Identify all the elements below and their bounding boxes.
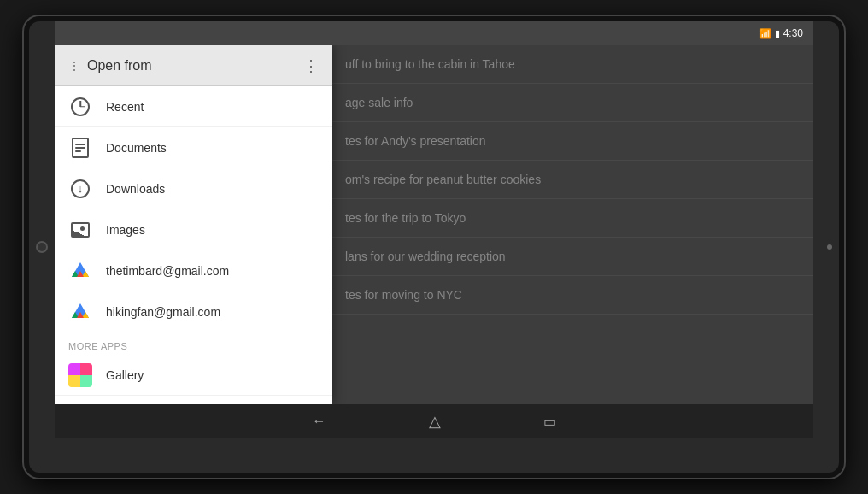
tablet-screen: 📶 ▮ 4:30 uff to bring to the cabin in Ta… — [55, 21, 813, 438]
wifi-icon: 📶 — [760, 28, 771, 39]
bottom-navigation: ← △ ▭ — [55, 404, 813, 438]
dialog-header: ⋮ Open from ⋮ — [55, 45, 332, 86]
dialog-item-recent[interactable]: Recent — [55, 86, 332, 127]
more-apps-section-label: MORE APPS — [55, 332, 332, 355]
menu-icon: ⋮ — [68, 59, 80, 73]
status-time: 4:30 — [783, 27, 803, 39]
download-icon — [68, 177, 92, 201]
images-label: Images — [106, 223, 145, 237]
dialog-title: ⋮ Open from — [68, 58, 152, 74]
recent-icon — [68, 95, 92, 119]
overflow-menu-icon[interactable]: ⋮ — [303, 56, 319, 75]
documents-label: Documents — [106, 141, 167, 155]
recent-label: Recent — [106, 100, 144, 114]
gallery-icon — [68, 363, 92, 387]
drive-icon-1 — [68, 261, 92, 281]
account1-label: thetimbard@gmail.com — [106, 264, 229, 278]
drive-icon-2 — [68, 302, 92, 322]
downloads-label: Downloads — [106, 182, 165, 196]
status-bar: 📶 ▮ 4:30 — [55, 21, 813, 45]
home-button[interactable]: △ — [429, 412, 441, 431]
tablet: 📶 ▮ 4:30 uff to bring to the cabin in Ta… — [24, 16, 844, 478]
back-button[interactable]: ← — [313, 414, 326, 429]
dialog-item-downloads[interactable]: Downloads — [55, 168, 332, 209]
speaker-dot — [827, 244, 832, 250]
main-area: uff to bring to the cabin in Tahoe age s… — [55, 45, 813, 404]
gallery-label: Gallery — [106, 368, 144, 382]
camera-sensor — [36, 241, 48, 253]
open-from-dialog: ⋮ Open from ⋮ Recent — [55, 45, 332, 404]
account2-label: hikingfan@gmail.com — [106, 305, 220, 319]
battery-icon: ▮ — [775, 28, 780, 39]
dialog-items-list: Recent Documents — [55, 86, 332, 404]
dialog-item-account1[interactable]: thetimbard@gmail.com — [55, 250, 332, 291]
dialog-item-gallery[interactable]: Gallery — [55, 355, 332, 396]
dialog-item-images[interactable]: Images — [55, 209, 332, 250]
image-icon — [68, 218, 92, 242]
dialog-item-documents[interactable]: Documents — [55, 127, 332, 168]
status-icons: 📶 ▮ 4:30 — [760, 27, 803, 39]
document-icon — [68, 136, 92, 160]
recents-button[interactable]: ▭ — [543, 414, 556, 430]
dialog-item-account2[interactable]: hikingfan@gmail.com — [55, 291, 332, 332]
